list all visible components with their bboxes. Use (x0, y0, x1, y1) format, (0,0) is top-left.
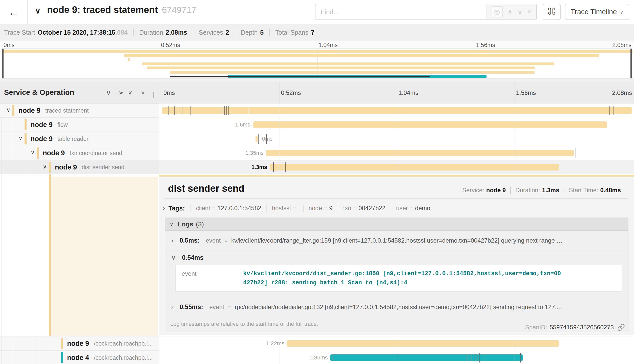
trace-view-label: Trace Timeline (571, 8, 617, 16)
span-row[interactable]: ∨node 9dist sender send1.3ms (0, 160, 634, 174)
span-row[interactable]: node 9/cockroach.roachpb.I...1.22ms (0, 336, 634, 351)
collapse-one-icon[interactable]: ∨ (106, 89, 111, 97)
keyboard-shortcuts-button[interactable]: ⌘ (543, 4, 561, 20)
span-row-timeline-cell[interactable]: 1.22ms (159, 336, 634, 351)
span-bar[interactable] (253, 121, 607, 128)
service-name: node 9 (43, 146, 65, 160)
prev-result-icon[interactable]: ∧ (508, 8, 513, 16)
service-name: node 4 (67, 351, 89, 364)
span-row-name-cell[interactable]: ∨node 9table reader (0, 132, 159, 146)
span-expander-icon[interactable]: ∨ (18, 135, 23, 142)
timeline-gridline (397, 103, 397, 174)
log-tick-mark (333, 353, 333, 362)
service-name: node 9 (31, 132, 53, 146)
indent-guide (26, 146, 26, 160)
span-row-timeline-cell[interactable]: 1.3ms (159, 160, 634, 174)
span-row-name-cell[interactable]: ∨node 9txn coordinator send (0, 146, 159, 160)
timeline-gridline (515, 336, 515, 364)
tags-accordion[interactable]: › Tags: client=127.0.0.1:54582 hostssl= … (163, 202, 625, 214)
span-row[interactable]: ∨node 9txn coordinator send1.35ms (0, 146, 634, 160)
minimap-canvas[interactable] (2, 49, 632, 78)
next-result-icon[interactable]: ∨ (517, 8, 522, 16)
service-color-chip (25, 133, 27, 144)
minimap-left-scrubber[interactable] (2, 49, 4, 78)
chevron-down-icon: ∨ (170, 221, 174, 227)
indent-guide (26, 160, 26, 174)
expand-all-icon[interactable]: » (141, 89, 145, 97)
span-row-timeline-cell[interactable]: 0.85ms (159, 351, 634, 364)
span-row[interactable]: ∨node 9traced statement (0, 103, 634, 118)
trace-collapse-icon[interactable]: ∨ (35, 6, 41, 15)
timeline-gridline (515, 103, 515, 174)
indent-guide (14, 146, 14, 160)
minimap-right-scrubber[interactable] (630, 49, 632, 78)
log-tick-mark (471, 353, 471, 362)
span-row[interactable]: node 4/cockroach.roachpb.I...0.85ms (0, 351, 634, 364)
timeline-tick-label: 0.52ms (281, 89, 301, 96)
indent-guide (14, 118, 14, 132)
expand-one-icon[interactable]: ∨ (118, 89, 123, 97)
log-entry-2-header[interactable]: ∨ 0.54ms (171, 254, 622, 261)
logs-header[interactable]: ∨ Logs (3) (165, 218, 628, 231)
span-row-name-cell[interactable]: node 4/cockroach.roachpb.I... (0, 351, 159, 364)
span-row-timeline-cell[interactable] (159, 103, 634, 118)
minimap-axis: 0ms0.52ms1.04ms1.56ms2.08ms (0, 41, 634, 49)
log-tick-mark (228, 106, 229, 115)
span-row-name-cell[interactable]: ∨node 9traced statement (0, 103, 159, 118)
trace-view-dropdown[interactable]: Trace Timeline ∨ (565, 4, 629, 20)
tag-hostssl: hostssl= (266, 205, 303, 212)
column-resize-handle[interactable] (153, 92, 156, 98)
link-icon[interactable] (617, 324, 625, 331)
clear-search-icon[interactable]: × (527, 8, 532, 16)
span-row-name-cell[interactable]: node 9/cockroach.roachpb.I... (0, 336, 159, 351)
indent-guide (2, 160, 2, 174)
log-field-value: kv/kvclient/kvcoord/dist_sender.go:1850 … (243, 269, 561, 287)
log-entry-3[interactable]: › 0.55ms: event = rpc/nodedialer/nodedia… (165, 297, 628, 317)
indent-guide (2, 351, 2, 364)
span-row-timeline-cell[interactable]: 1.35ms (159, 146, 634, 160)
panel-divider[interactable] (158, 82, 158, 364)
span-row-name-cell[interactable]: ∨node 9dist sender send (0, 160, 159, 174)
minimap-tick-label: 0ms (4, 42, 14, 49)
span-bar[interactable] (256, 136, 258, 142)
span-bar[interactable] (270, 164, 559, 170)
indent-guide (14, 174, 14, 336)
span-row-timeline-cell[interactable]: 0ms (159, 132, 634, 146)
detail-left-fill (51, 177, 158, 336)
span-row[interactable]: ∨node 9table reader0ms (0, 132, 634, 146)
detail-start-time: Start Time:0.48ms (564, 187, 625, 194)
span-bar[interactable] (330, 354, 523, 361)
tag-client: client=127.0.0.1:54582 (191, 205, 266, 212)
back-button[interactable]: ← (0, 0, 28, 24)
span-expander-icon[interactable]: ∨ (31, 149, 35, 156)
log-tick-mark (221, 106, 221, 115)
span-id-row: SpanID: 5597415943526560273 (525, 324, 625, 331)
service-color-chip (25, 119, 27, 130)
log-tick-mark (609, 106, 610, 115)
span-expander-icon[interactable]: ∨ (6, 107, 10, 113)
span-bar[interactable] (266, 150, 574, 156)
span-row-name-cell[interactable]: node 9flow (0, 118, 159, 132)
log-entry-1[interactable]: › 0.5ms: event = kv/kvclient/kvcoord/ran… (165, 231, 628, 250)
indent-guide (38, 160, 38, 174)
service-name: node 9 (67, 336, 89, 351)
find-input[interactable] (315, 4, 486, 19)
span-row[interactable]: node 9flow1.6ms (0, 118, 634, 132)
timeline-tick-label: 0ms (163, 89, 175, 96)
log-tick-mark (223, 106, 223, 115)
span-bar[interactable] (287, 340, 559, 347)
indent-guide (2, 132, 2, 146)
indent-guide (2, 146, 2, 160)
tag-user: user=demo (391, 205, 435, 212)
tag-node: node=9 (303, 205, 338, 212)
detail-duration: Duration:1.3ms (510, 187, 564, 194)
log-tick-mark (253, 120, 253, 130)
locate-button[interactable]: ◎ (492, 6, 503, 17)
log-tick-mark (191, 106, 191, 115)
span-expander-icon[interactable]: ∨ (43, 163, 47, 170)
command-icon: ⌘ (547, 6, 557, 17)
detail-top-accent (159, 175, 634, 177)
indent-guide (2, 174, 2, 336)
span-row-timeline-cell[interactable]: 1.6ms (159, 118, 634, 132)
collapse-all-icon[interactable]: » (129, 89, 132, 97)
